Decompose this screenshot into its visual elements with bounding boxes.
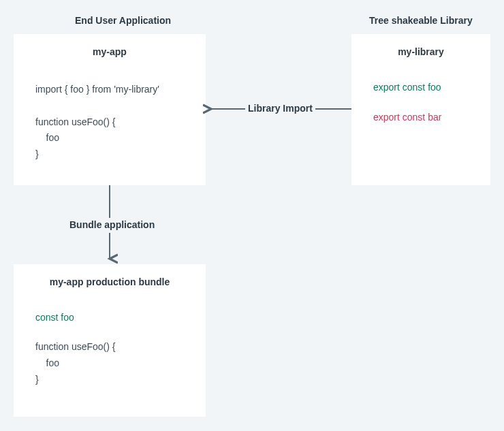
- my-library-box: my-library export const foo export const…: [351, 34, 490, 185]
- export-const-bar: export const bar: [373, 112, 469, 123]
- bundle-box: my-app production bundle const foo funct…: [14, 264, 206, 417]
- my-app-box: my-app import { foo } from 'my-library' …: [14, 34, 206, 185]
- const-foo-included: const foo: [35, 312, 184, 323]
- export-const-foo: export const foo: [373, 82, 469, 93]
- bundle-box-title: my-app production bundle: [35, 276, 184, 287]
- bundle-code: function useFoo() { foo }: [35, 339, 184, 387]
- bundle-application-label: Bundle application: [67, 219, 157, 230]
- library-import-label: Library Import: [245, 103, 315, 114]
- end-user-application-title: End User Application: [75, 15, 171, 26]
- tree-shakeable-library-title: Tree shakeable Library: [369, 15, 473, 26]
- my-app-box-title: my-app: [35, 46, 184, 57]
- my-app-code: import { foo } from 'my-library' functio…: [35, 82, 184, 163]
- my-library-box-title: my-library: [373, 46, 469, 57]
